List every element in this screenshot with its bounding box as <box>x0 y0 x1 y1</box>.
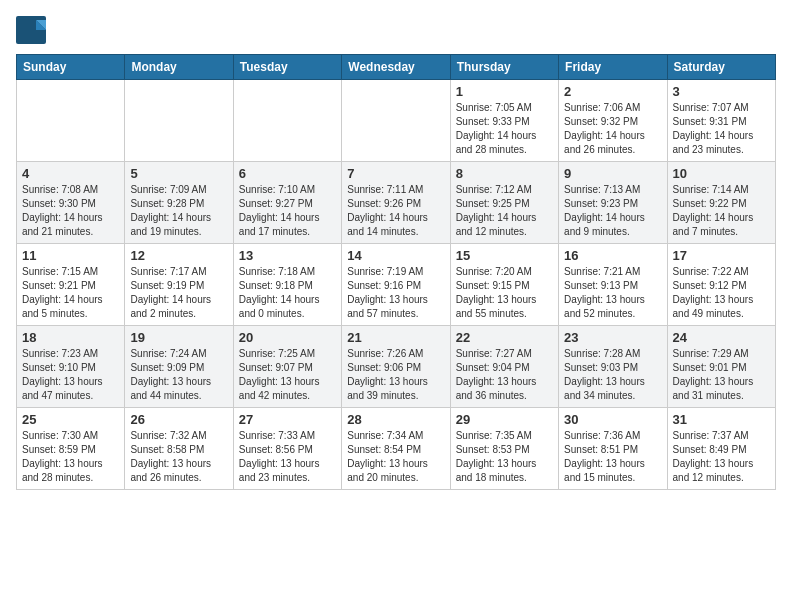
calendar-cell <box>233 80 341 162</box>
calendar-cell: 24Sunrise: 7:29 AM Sunset: 9:01 PM Dayli… <box>667 326 775 408</box>
calendar-cell: 21Sunrise: 7:26 AM Sunset: 9:06 PM Dayli… <box>342 326 450 408</box>
day-info: Sunrise: 7:25 AM Sunset: 9:07 PM Dayligh… <box>239 347 336 403</box>
calendar-cell: 9Sunrise: 7:13 AM Sunset: 9:23 PM Daylig… <box>559 162 667 244</box>
logo <box>16 16 50 44</box>
day-info: Sunrise: 7:08 AM Sunset: 9:30 PM Dayligh… <box>22 183 119 239</box>
day-number: 19 <box>130 330 227 345</box>
day-info: Sunrise: 7:15 AM Sunset: 9:21 PM Dayligh… <box>22 265 119 321</box>
calendar-cell: 4Sunrise: 7:08 AM Sunset: 9:30 PM Daylig… <box>17 162 125 244</box>
day-info: Sunrise: 7:23 AM Sunset: 9:10 PM Dayligh… <box>22 347 119 403</box>
day-number: 3 <box>673 84 770 99</box>
day-number: 9 <box>564 166 661 181</box>
calendar-cell: 11Sunrise: 7:15 AM Sunset: 9:21 PM Dayli… <box>17 244 125 326</box>
day-number: 20 <box>239 330 336 345</box>
day-info: Sunrise: 7:27 AM Sunset: 9:04 PM Dayligh… <box>456 347 553 403</box>
day-number: 27 <box>239 412 336 427</box>
calendar-cell <box>17 80 125 162</box>
calendar-cell: 13Sunrise: 7:18 AM Sunset: 9:18 PM Dayli… <box>233 244 341 326</box>
calendar-cell: 14Sunrise: 7:19 AM Sunset: 9:16 PM Dayli… <box>342 244 450 326</box>
calendar-cell: 26Sunrise: 7:32 AM Sunset: 8:58 PM Dayli… <box>125 408 233 490</box>
day-number: 26 <box>130 412 227 427</box>
day-number: 22 <box>456 330 553 345</box>
day-info: Sunrise: 7:21 AM Sunset: 9:13 PM Dayligh… <box>564 265 661 321</box>
day-info: Sunrise: 7:19 AM Sunset: 9:16 PM Dayligh… <box>347 265 444 321</box>
header-saturday: Saturday <box>667 55 775 80</box>
day-info: Sunrise: 7:06 AM Sunset: 9:32 PM Dayligh… <box>564 101 661 157</box>
day-number: 2 <box>564 84 661 99</box>
calendar-cell: 30Sunrise: 7:36 AM Sunset: 8:51 PM Dayli… <box>559 408 667 490</box>
calendar-cell: 31Sunrise: 7:37 AM Sunset: 8:49 PM Dayli… <box>667 408 775 490</box>
day-info: Sunrise: 7:36 AM Sunset: 8:51 PM Dayligh… <box>564 429 661 485</box>
calendar-cell: 6Sunrise: 7:10 AM Sunset: 9:27 PM Daylig… <box>233 162 341 244</box>
page-header <box>16 16 776 44</box>
header-wednesday: Wednesday <box>342 55 450 80</box>
day-number: 25 <box>22 412 119 427</box>
weekday-header-row: Sunday Monday Tuesday Wednesday Thursday… <box>17 55 776 80</box>
day-info: Sunrise: 7:11 AM Sunset: 9:26 PM Dayligh… <box>347 183 444 239</box>
calendar-cell: 15Sunrise: 7:20 AM Sunset: 9:15 PM Dayli… <box>450 244 558 326</box>
day-number: 24 <box>673 330 770 345</box>
day-number: 21 <box>347 330 444 345</box>
day-info: Sunrise: 7:13 AM Sunset: 9:23 PM Dayligh… <box>564 183 661 239</box>
day-info: Sunrise: 7:33 AM Sunset: 8:56 PM Dayligh… <box>239 429 336 485</box>
day-number: 8 <box>456 166 553 181</box>
header-sunday: Sunday <box>17 55 125 80</box>
day-info: Sunrise: 7:32 AM Sunset: 8:58 PM Dayligh… <box>130 429 227 485</box>
day-info: Sunrise: 7:35 AM Sunset: 8:53 PM Dayligh… <box>456 429 553 485</box>
day-number: 1 <box>456 84 553 99</box>
day-number: 18 <box>22 330 119 345</box>
calendar-cell: 17Sunrise: 7:22 AM Sunset: 9:12 PM Dayli… <box>667 244 775 326</box>
calendar-week-row: 25Sunrise: 7:30 AM Sunset: 8:59 PM Dayli… <box>17 408 776 490</box>
day-info: Sunrise: 7:30 AM Sunset: 8:59 PM Dayligh… <box>22 429 119 485</box>
calendar-cell: 29Sunrise: 7:35 AM Sunset: 8:53 PM Dayli… <box>450 408 558 490</box>
calendar-cell: 28Sunrise: 7:34 AM Sunset: 8:54 PM Dayli… <box>342 408 450 490</box>
day-number: 4 <box>22 166 119 181</box>
day-info: Sunrise: 7:10 AM Sunset: 9:27 PM Dayligh… <box>239 183 336 239</box>
day-info: Sunrise: 7:28 AM Sunset: 9:03 PM Dayligh… <box>564 347 661 403</box>
calendar-cell: 25Sunrise: 7:30 AM Sunset: 8:59 PM Dayli… <box>17 408 125 490</box>
calendar-cell: 7Sunrise: 7:11 AM Sunset: 9:26 PM Daylig… <box>342 162 450 244</box>
day-info: Sunrise: 7:17 AM Sunset: 9:19 PM Dayligh… <box>130 265 227 321</box>
day-info: Sunrise: 7:22 AM Sunset: 9:12 PM Dayligh… <box>673 265 770 321</box>
calendar-cell: 22Sunrise: 7:27 AM Sunset: 9:04 PM Dayli… <box>450 326 558 408</box>
day-info: Sunrise: 7:26 AM Sunset: 9:06 PM Dayligh… <box>347 347 444 403</box>
header-monday: Monday <box>125 55 233 80</box>
day-info: Sunrise: 7:12 AM Sunset: 9:25 PM Dayligh… <box>456 183 553 239</box>
day-number: 15 <box>456 248 553 263</box>
calendar-cell: 18Sunrise: 7:23 AM Sunset: 9:10 PM Dayli… <box>17 326 125 408</box>
day-info: Sunrise: 7:14 AM Sunset: 9:22 PM Dayligh… <box>673 183 770 239</box>
day-info: Sunrise: 7:20 AM Sunset: 9:15 PM Dayligh… <box>456 265 553 321</box>
day-number: 29 <box>456 412 553 427</box>
calendar-week-row: 4Sunrise: 7:08 AM Sunset: 9:30 PM Daylig… <box>17 162 776 244</box>
day-number: 28 <box>347 412 444 427</box>
day-info: Sunrise: 7:09 AM Sunset: 9:28 PM Dayligh… <box>130 183 227 239</box>
calendar-table: Sunday Monday Tuesday Wednesday Thursday… <box>16 54 776 490</box>
header-thursday: Thursday <box>450 55 558 80</box>
day-number: 17 <box>673 248 770 263</box>
day-info: Sunrise: 7:07 AM Sunset: 9:31 PM Dayligh… <box>673 101 770 157</box>
calendar-week-row: 11Sunrise: 7:15 AM Sunset: 9:21 PM Dayli… <box>17 244 776 326</box>
calendar-cell: 20Sunrise: 7:25 AM Sunset: 9:07 PM Dayli… <box>233 326 341 408</box>
calendar-cell: 3Sunrise: 7:07 AM Sunset: 9:31 PM Daylig… <box>667 80 775 162</box>
calendar-cell: 12Sunrise: 7:17 AM Sunset: 9:19 PM Dayli… <box>125 244 233 326</box>
day-number: 7 <box>347 166 444 181</box>
day-info: Sunrise: 7:29 AM Sunset: 9:01 PM Dayligh… <box>673 347 770 403</box>
day-number: 5 <box>130 166 227 181</box>
calendar-cell: 5Sunrise: 7:09 AM Sunset: 9:28 PM Daylig… <box>125 162 233 244</box>
calendar-cell: 19Sunrise: 7:24 AM Sunset: 9:09 PM Dayli… <box>125 326 233 408</box>
day-number: 23 <box>564 330 661 345</box>
calendar-cell: 16Sunrise: 7:21 AM Sunset: 9:13 PM Dayli… <box>559 244 667 326</box>
calendar-cell: 10Sunrise: 7:14 AM Sunset: 9:22 PM Dayli… <box>667 162 775 244</box>
day-number: 16 <box>564 248 661 263</box>
day-number: 14 <box>347 248 444 263</box>
calendar-week-row: 18Sunrise: 7:23 AM Sunset: 9:10 PM Dayli… <box>17 326 776 408</box>
day-info: Sunrise: 7:18 AM Sunset: 9:18 PM Dayligh… <box>239 265 336 321</box>
calendar-cell: 23Sunrise: 7:28 AM Sunset: 9:03 PM Dayli… <box>559 326 667 408</box>
day-number: 31 <box>673 412 770 427</box>
calendar-week-row: 1Sunrise: 7:05 AM Sunset: 9:33 PM Daylig… <box>17 80 776 162</box>
calendar-cell: 2Sunrise: 7:06 AM Sunset: 9:32 PM Daylig… <box>559 80 667 162</box>
calendar-cell: 8Sunrise: 7:12 AM Sunset: 9:25 PM Daylig… <box>450 162 558 244</box>
day-info: Sunrise: 7:34 AM Sunset: 8:54 PM Dayligh… <box>347 429 444 485</box>
day-number: 11 <box>22 248 119 263</box>
calendar-cell: 27Sunrise: 7:33 AM Sunset: 8:56 PM Dayli… <box>233 408 341 490</box>
